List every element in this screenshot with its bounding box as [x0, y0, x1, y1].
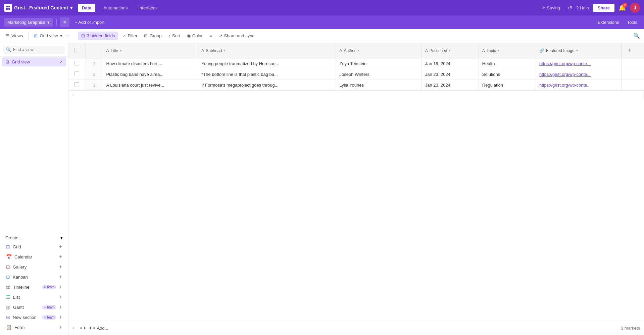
app-logo[interactable]: Grist - Featured Content ▾: [4, 4, 72, 12]
cell-topic[interactable]: Health: [479, 58, 536, 69]
add-row-cell[interactable]: +: [68, 91, 644, 99]
add-column-button[interactable]: +: [625, 46, 634, 55]
col-title[interactable]: A Title ▾: [103, 43, 198, 58]
kanban-plus-icon[interactable]: +: [59, 274, 62, 280]
create-timeline-item[interactable]: ▦ Timeline ⋄ Team +: [3, 282, 65, 292]
col-add[interactable]: +: [622, 43, 644, 58]
cell-published[interactable]: Jan 19, 2024: [422, 58, 479, 69]
col-published-sort: ▾: [449, 48, 451, 53]
find-view-input[interactable]: [13, 47, 62, 52]
table-name-button[interactable]: Marketing Graphics ▾: [4, 18, 53, 27]
create-calendar-item[interactable]: 📅 Calendar +: [3, 252, 65, 262]
extensions-button[interactable]: Extensions: [595, 18, 622, 26]
gallery-plus-icon[interactable]: +: [59, 264, 62, 270]
grid-view-button[interactable]: ⊞ Grid view ▾ ⋯: [31, 32, 72, 40]
new-section-plus-icon[interactable]: +: [59, 314, 62, 320]
add-row-inline-button[interactable]: +: [72, 92, 640, 97]
checkbox-icon[interactable]: [75, 61, 79, 65]
create-form-item[interactable]: 📋 Form +: [3, 322, 65, 332]
table-header-row: A Title ▾ A Subhead ▾: [68, 43, 644, 58]
row-checkbox[interactable]: [68, 80, 86, 91]
svg-rect-3: [8, 8, 10, 10]
create-gantt-item[interactable]: ▦ Gantt ⋄ Team +: [3, 302, 65, 312]
row-count: 3 markets: [621, 326, 640, 331]
row-checkbox[interactable]: [68, 58, 86, 69]
cell-published[interactable]: Jan 23, 2024: [422, 80, 479, 91]
add-row-row[interactable]: +: [68, 91, 644, 99]
table-row[interactable]: 1How climate disasters hurt ...Young peo…: [68, 58, 644, 69]
cell-author[interactable]: Zoya Teirstein: [336, 58, 422, 69]
cell-featured-image[interactable]: https://grist.org/wp-conte...: [536, 58, 622, 69]
create-list-item[interactable]: ☰ List +: [3, 292, 65, 302]
create-header[interactable]: Create... ▾: [3, 234, 65, 242]
interfaces-link[interactable]: Interfaces: [136, 4, 160, 12]
create-section: Create... ▾ ⊞ Grid + 📅 Calendar + ⊟ Gall…: [0, 231, 68, 335]
automations-link[interactable]: Automations: [101, 4, 130, 12]
table-options-button[interactable]: ≡: [60, 17, 69, 27]
new-section-create-icon: ⊞: [6, 315, 10, 320]
col-topic[interactable]: A Topic ▾: [479, 43, 536, 58]
avatar[interactable]: J: [630, 3, 640, 13]
cell-author[interactable]: Lylla Younes: [336, 80, 422, 91]
filter-button[interactable]: ⊿ Filter: [119, 32, 140, 40]
cell-topic[interactable]: Regulation: [479, 80, 536, 91]
calendar-plus-icon[interactable]: +: [59, 254, 62, 260]
data-table: A Title ▾ A Subhead ▾: [68, 43, 644, 99]
calendar-create-icon: 📅: [6, 254, 12, 259]
cell-author[interactable]: Joseph Winters: [336, 69, 422, 80]
search-button[interactable]: 🔍: [632, 31, 641, 40]
create-grid-item[interactable]: ⊞ Grid +: [3, 242, 65, 252]
row-checkbox[interactable]: [68, 69, 86, 80]
cell-topic[interactable]: Solutions: [479, 69, 536, 80]
hidden-fields-button[interactable]: ⊟ 3 hidden fields: [78, 32, 118, 40]
checkbox-icon[interactable]: [75, 82, 79, 87]
table-row[interactable]: 2Plastic bag bans have alrea...*The bott…: [68, 69, 644, 80]
cell-title[interactable]: Plastic bag bans have alrea...: [103, 69, 198, 80]
cell-title[interactable]: A Louisiana court just revive...: [103, 80, 198, 91]
row-height-button[interactable]: ≡: [207, 32, 215, 40]
col-subhead[interactable]: A Subhead ▾: [198, 43, 336, 58]
notifications-button[interactable]: 🔔 2: [618, 4, 626, 11]
sidebar-item-grid-view[interactable]: ⊞ Grid view ✓: [2, 57, 66, 66]
cell-subhead[interactable]: If Formosa's megaproject goes throug...: [198, 80, 336, 91]
cell-subhead[interactable]: *The bottom line is that plastic bag ba.…: [198, 69, 336, 80]
views-label[interactable]: ☰ Views: [3, 32, 26, 40]
form-plus-icon[interactable]: +: [59, 324, 62, 330]
gantt-plus-icon[interactable]: +: [59, 304, 62, 310]
cell-subhead[interactable]: Young people traumatized by Hurrican...: [198, 58, 336, 69]
color-button[interactable]: ◉ Color: [184, 32, 205, 40]
add-row-button[interactable]: +: [72, 326, 75, 331]
list-plus-icon[interactable]: +: [59, 294, 62, 300]
cell-title[interactable]: How climate disasters hurt ...: [103, 58, 198, 69]
add-row-plus-icon: +: [72, 92, 75, 97]
col-checkbox[interactable]: [68, 43, 86, 58]
search-input-wrapper: 🔍: [3, 46, 65, 54]
group-button[interactable]: ⊞ Group: [141, 32, 164, 40]
logo-icon: [4, 4, 12, 12]
help-button[interactable]: ? Help: [576, 5, 589, 10]
create-new-section-item[interactable]: ⊞ New section ⋄ Team +: [3, 312, 65, 322]
sort-button[interactable]: ↕ Sort: [166, 32, 183, 40]
grid-plus-icon[interactable]: +: [59, 244, 62, 250]
add-import-button[interactable]: + Add or import: [72, 18, 107, 26]
add-magic-button[interactable]: ✦✦ ✦✦ Add...: [79, 326, 108, 331]
share-button[interactable]: Share: [593, 4, 614, 12]
col-title-sort: ▾: [120, 48, 122, 53]
cell-featured-image[interactable]: https://grist.org/wp-conte...: [536, 69, 622, 80]
col-author[interactable]: A Author ▾: [336, 43, 422, 58]
table-name-label: Marketing Graphics: [7, 20, 45, 25]
cell-published[interactable]: Jan 23, 2024: [422, 69, 479, 80]
col-published[interactable]: A Published ▾: [422, 43, 479, 58]
cell-featured-image[interactable]: https://grist.org/wp-conte...: [536, 80, 622, 91]
create-kanban-item[interactable]: ⊞ Kanban +: [3, 272, 65, 282]
timeline-plus-icon[interactable]: +: [59, 284, 62, 290]
tools-button[interactable]: Tools: [625, 18, 640, 26]
col-featured-image[interactable]: 🔗 Featured Image ▾: [536, 43, 622, 58]
history-button[interactable]: ↺: [568, 5, 572, 11]
checkbox-icon[interactable]: [75, 71, 79, 76]
create-gallery-item[interactable]: ⊟ Gallery +: [3, 262, 65, 272]
data-button[interactable]: Data: [78, 4, 95, 12]
table-row[interactable]: 3A Louisiana court just revive...If Form…: [68, 80, 644, 91]
select-all-checkbox[interactable]: [75, 48, 79, 52]
share-sync-button[interactable]: ↗ Share and sync: [216, 32, 257, 40]
